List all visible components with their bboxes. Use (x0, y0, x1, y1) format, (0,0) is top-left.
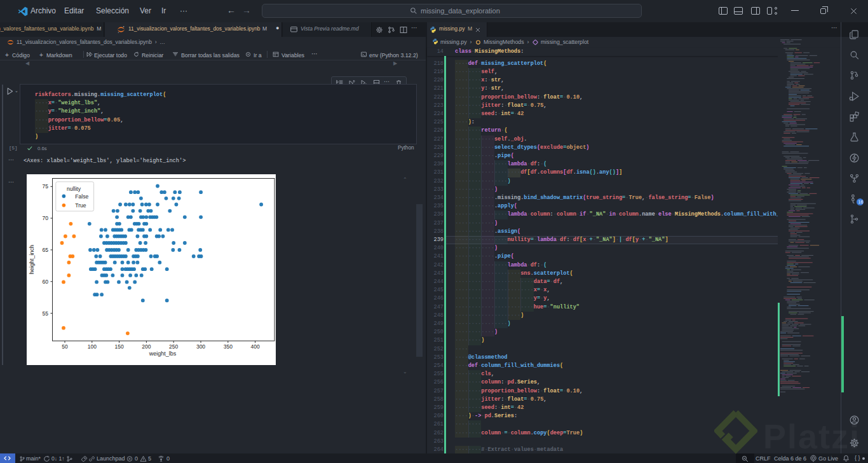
svg-text:60: 60 (43, 279, 49, 285)
svg-text:350: 350 (224, 343, 233, 350)
svg-text:height_inch: height_inch (29, 245, 35, 274)
svg-text:250: 250 (169, 343, 178, 350)
svg-text:150: 150 (115, 343, 124, 350)
svg-text:300: 300 (196, 343, 205, 350)
svg-text:50: 50 (62, 343, 68, 350)
svg-text:70: 70 (43, 215, 49, 221)
svg-text:nullity: nullity (67, 186, 81, 192)
svg-text:75: 75 (43, 183, 49, 190)
svg-text:weight_lbs: weight_lbs (149, 350, 177, 357)
svg-text:55: 55 (43, 310, 49, 317)
svg-text:400: 400 (251, 343, 260, 350)
svg-text:200: 200 (142, 343, 151, 350)
svg-text:False: False (75, 193, 88, 200)
svg-text:100: 100 (88, 343, 97, 350)
svg-text:65: 65 (43, 247, 49, 253)
svg-text:True: True (75, 202, 86, 209)
